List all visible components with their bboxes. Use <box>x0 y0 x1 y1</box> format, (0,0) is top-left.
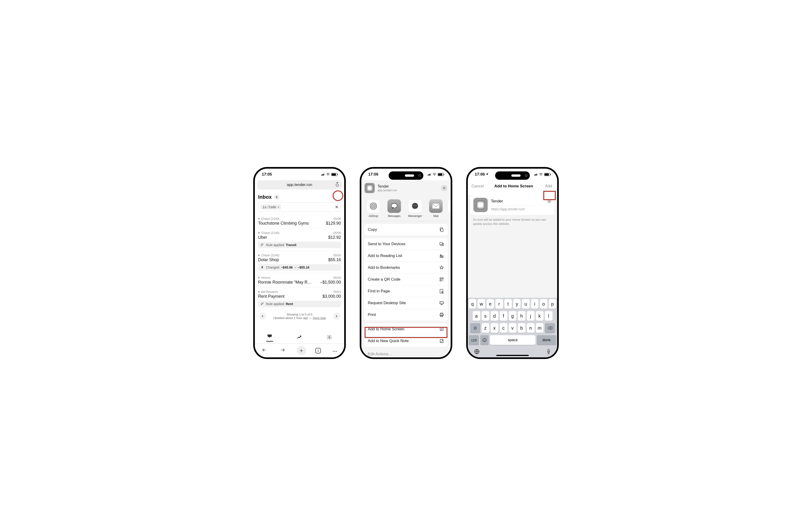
filter-chip[interactable]: is:todo ✕ <box>261 205 281 210</box>
tab-inbox[interactable] <box>266 334 273 342</box>
dictation-key[interactable] <box>546 349 551 356</box>
browser-menu[interactable] <box>330 348 339 354</box>
number-key[interactable]: 123 <box>469 335 479 345</box>
cancel-button[interactable]: Cancel <box>472 184 484 189</box>
key-o[interactable]: o <box>540 299 547 309</box>
key-z[interactable]: z <box>482 323 489 333</box>
key-q[interactable]: q <box>469 299 476 309</box>
share-action-add-to-reading-list[interactable]: Add to Reading List <box>364 250 448 262</box>
share-action-send-to-your-devices[interactable]: Send to Your Devices <box>364 238 448 250</box>
transaction-row[interactable]: Chase (2140) 05/06 Uber $12.92 Rule appl… <box>258 228 341 251</box>
key-k[interactable]: k <box>536 311 543 321</box>
key-t[interactable]: t <box>504 299 512 309</box>
svg-point-9 <box>391 203 397 208</box>
transaction-row[interactable]: Venmo 05/03 Ronnie Roommate "May Re… –$1… <box>258 273 341 287</box>
key-c[interactable]: c <box>500 323 507 333</box>
clear-search-button[interactable]: ✕ <box>335 205 338 210</box>
messenger-icon <box>410 201 420 211</box>
svg-point-0 <box>328 175 328 176</box>
key-i[interactable]: i <box>531 299 538 309</box>
browser-tabs[interactable]: 1 <box>315 348 321 354</box>
transaction-row[interactable]: Chase (2140) 05/05 Dolar Shop $55.16 Cha… <box>258 251 341 273</box>
key-r[interactable]: r <box>495 299 503 309</box>
done-key[interactable]: done <box>537 335 556 345</box>
bookmark-name-input[interactable]: Tender <box>491 199 503 204</box>
key-f[interactable]: f <box>500 311 507 321</box>
clear-name-button[interactable] <box>547 199 552 204</box>
close-button[interactable] <box>441 185 447 191</box>
battery-icon <box>331 173 337 176</box>
browser-new-tab[interactable] <box>297 346 306 355</box>
share-action-add-to-bookmarks[interactable]: Add to Bookmarks <box>364 262 448 274</box>
safari-url-bar[interactable]: app.tender.run <box>257 180 342 190</box>
key-s[interactable]: s <box>482 311 489 321</box>
shift-key[interactable] <box>470 323 480 333</box>
key-v[interactable]: v <box>509 323 517 333</box>
mic-icon <box>546 349 551 355</box>
shift-icon <box>473 326 477 330</box>
key-y[interactable]: y <box>513 299 521 309</box>
share-action-request-desktop-site[interactable]: Request Desktop Site <box>364 297 448 309</box>
backspace-key[interactable] <box>545 323 555 333</box>
key-x[interactable]: x <box>491 323 498 333</box>
share-action-print[interactable]: Print <box>364 309 448 320</box>
svg-rect-27 <box>440 315 443 317</box>
filter-searchbox[interactable]: is:todo ✕ ✕ <box>258 202 341 212</box>
bookmark-card: Tender https://app.tender.run/ <box>470 195 554 215</box>
key-e[interactable]: e <box>487 299 494 309</box>
key-w[interactable]: w <box>478 299 485 309</box>
share-action-create-a-qr-code[interactable]: Create a QR Code <box>364 274 448 285</box>
key-p[interactable]: p <box>549 299 556 309</box>
chip-remove-icon[interactable]: ✕ <box>277 206 279 209</box>
browser-forward[interactable] <box>278 348 288 354</box>
cellular-icon <box>321 173 325 176</box>
inbox-icon <box>267 334 273 339</box>
key-d[interactable]: d <box>491 311 498 321</box>
edit-actions-link[interactable]: Edit Actions… <box>364 349 448 357</box>
phone-1: 17:05 app.tender.run Inbox 5 is:todo ✕ ✕… <box>253 167 346 359</box>
key-u[interactable]: u <box>522 299 530 309</box>
share-action-add-to-new-quick-note[interactable]: Add to New Quick Note <box>364 335 448 347</box>
app-tabbar <box>255 332 344 344</box>
share-action-copy[interactable]: Copy <box>364 224 448 236</box>
space-key[interactable]: space <box>490 335 535 345</box>
key-m[interactable]: m <box>536 323 543 333</box>
add-button[interactable]: Add <box>544 183 553 190</box>
key-n[interactable]: n <box>527 323 535 333</box>
share-action-add-to-home-screen[interactable]: Add to Home Screen <box>364 324 448 335</box>
key-h[interactable]: h <box>518 311 525 321</box>
share-app-mail[interactable]: Mail <box>426 199 446 218</box>
page-prev-button[interactable] <box>259 313 266 320</box>
sync-link[interactable]: Sync now <box>313 316 326 320</box>
keyboard[interactable]: qwertyuiop asdfghjkl zxcvbnm 123 space d… <box>468 298 557 357</box>
share-apps-row[interactable]: AirDrop Messages Messenger Mail <box>361 196 451 221</box>
key-j[interactable]: j <box>527 311 535 321</box>
key-b[interactable]: b <box>518 323 525 333</box>
key-l[interactable]: l <box>545 311 552 321</box>
tab-trends[interactable] <box>296 335 303 341</box>
backspace-icon <box>548 326 552 330</box>
key-a[interactable]: a <box>473 311 480 321</box>
tab-settings[interactable] <box>326 335 333 341</box>
transaction-row[interactable]: Bilt Rewards 05/01 Rent Payment $3,000.0… <box>258 287 341 310</box>
share-actions: Copy Send to Your DevicesAdd to Reading … <box>361 221 451 357</box>
share-app-messenger[interactable]: Messenger <box>405 199 425 218</box>
share-button[interactable] <box>335 182 339 188</box>
browser-back[interactable] <box>260 348 269 354</box>
share-app-messages[interactable]: Messages <box>385 199 404 218</box>
emoji-key[interactable] <box>480 335 489 345</box>
inbox-content: Inbox 5 is:todo ✕ ✕ Chase (2140) 05/06 T… <box>255 190 344 339</box>
battery-icon <box>544 173 550 176</box>
txn-amount: $3,000.00 <box>322 294 341 299</box>
share-action-find-in-page[interactable]: Find in Page <box>364 285 448 297</box>
txn-date: 05/06 <box>333 231 341 235</box>
share-app-more[interactable] <box>447 199 451 218</box>
transaction-row[interactable]: Chase (2140) 05/06 Touchstone Climbing G… <box>258 214 341 228</box>
txn-title: Rent Payment <box>258 294 285 299</box>
key-g[interactable]: g <box>509 311 517 321</box>
globe-key[interactable] <box>474 349 480 356</box>
bookmark-icon <box>473 198 488 212</box>
page-next-button[interactable] <box>333 313 340 320</box>
share-app-airdrop[interactable]: AirDrop <box>364 199 383 218</box>
safari-toolbar: 1 <box>255 344 344 357</box>
